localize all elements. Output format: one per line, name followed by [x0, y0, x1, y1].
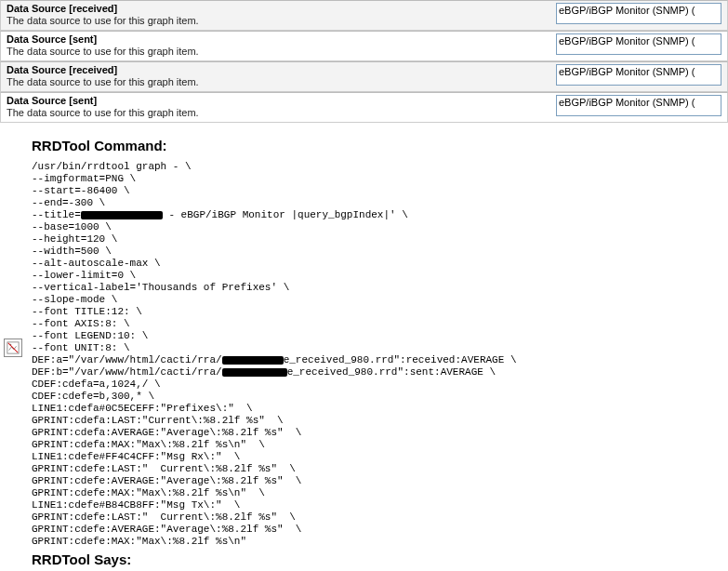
rrdtool-says-heading: RRDTool Says: — [32, 551, 721, 567]
row-title: Data Source [sent] — [7, 33, 547, 45]
row-desc: The data source to use for this graph it… — [7, 15, 547, 26]
svg-line-2 — [8, 343, 19, 353]
datasource-row: Data Source [received] The data source t… — [0, 0, 728, 31]
row-title: Data Source [received] — [7, 64, 547, 75]
rrdtool-command-output: /usr/bin/rrdtool graph - \ --imgformat=P… — [32, 161, 721, 548]
rrdtool-command-heading: RRDTool Command: — [32, 138, 721, 153]
datasource-select[interactable]: eBGP/iBGP Monitor (SNMP) ( — [556, 95, 721, 116]
row-desc: The data source to use for this graph it… — [7, 46, 547, 57]
datasource-select[interactable]: eBGP/iBGP Monitor (SNMP) ( — [556, 33, 721, 55]
datasource-row: Data Source [sent] The data source to us… — [0, 92, 728, 123]
row-title: Data Source [received] — [7, 3, 547, 14]
redacted-text — [222, 356, 284, 365]
datasource-row: Data Source [received] The data source t… — [0, 61, 728, 92]
datasource-select[interactable]: eBGP/iBGP Monitor (SNMP) ( — [556, 64, 721, 86]
datasource-row: Data Source [sent] The data source to us… — [0, 31, 728, 61]
row-desc: The data source to use for this graph it… — [7, 107, 547, 118]
redacted-text — [81, 211, 163, 219]
row-title: Data Source [sent] — [7, 95, 547, 106]
datasource-select[interactable]: eBGP/iBGP Monitor (SNMP) ( — [556, 3, 721, 24]
row-desc: The data source to use for this graph it… — [7, 76, 547, 87]
redacted-text — [222, 368, 287, 377]
broken-image-icon — [4, 339, 22, 357]
